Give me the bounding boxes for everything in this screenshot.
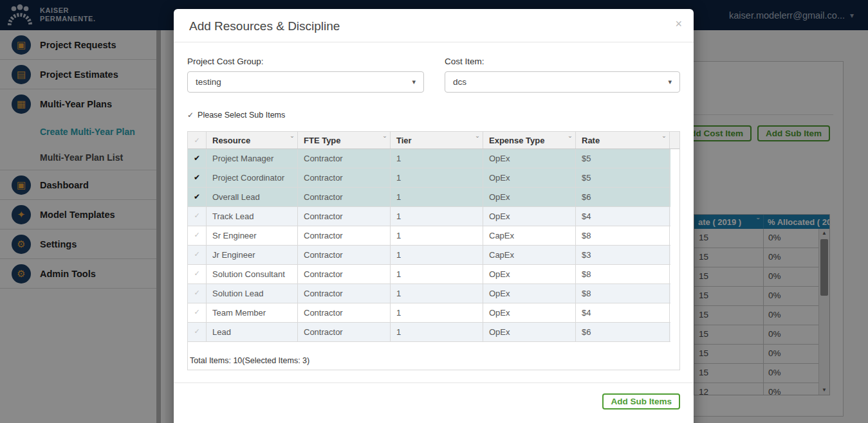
row-checkbox[interactable]: ✓ — [188, 284, 207, 303]
column-label: Expense Type — [489, 136, 544, 145]
rate-cell: $8 — [576, 284, 670, 303]
rate-cell: $3 — [576, 246, 670, 264]
tier-cell: 1 — [391, 149, 483, 168]
cost-item-dropdown[interactable]: dcs ▾ — [445, 71, 680, 93]
column-label: Tier — [396, 136, 412, 145]
fte-type-cell: Contractor — [298, 226, 391, 245]
add-sub-items-button[interactable]: Add Sub Items — [602, 393, 680, 410]
column-label: Resource — [212, 136, 250, 145]
grid-row-overall-lead[interactable]: ✔ Overall Lead Contractor 1 OpEx $6 — [188, 188, 670, 207]
grid-row-solution-consultant[interactable]: ✓ Solution Consultant Contractor 1 OpEx … — [188, 265, 670, 284]
project-cost-group-label: Project Cost Group: — [187, 57, 424, 66]
grid-row-project-manager[interactable]: ✔ Project Manager Contractor 1 OpEx $5 — [188, 149, 670, 168]
cost-item-label: Cost Item: — [445, 57, 680, 66]
resource-cell: Overall Lead — [207, 188, 298, 206]
row-checkbox[interactable]: ✓ — [188, 323, 207, 341]
resource-cell: Solution Lead — [207, 284, 298, 303]
tier-cell: 1 — [391, 323, 483, 341]
resource-cell: Solution Consultant — [207, 265, 298, 284]
modal-title: Add Resources & Discipline — [189, 19, 678, 33]
row-checkbox[interactable]: ✓ — [188, 303, 207, 322]
add-resources-discipline-modal: Add Resources & Discipline × Project Cos… — [174, 9, 694, 423]
row-checkbox[interactable]: ✔ — [188, 188, 207, 206]
grid-row-project-coordinator[interactable]: ✔ Project Coordinator Contractor 1 OpEx … — [188, 168, 670, 188]
fte-type-cell: Contractor — [298, 246, 391, 264]
grid-row-team-member[interactable]: ✓ Team Member Contractor 1 OpEx $4 — [188, 303, 670, 323]
resource-cell: Team Member — [207, 303, 298, 322]
column-menu-icon[interactable]: ˇ — [569, 136, 571, 145]
resource-cell: Track Lead — [207, 207, 298, 226]
rate-cell: $6 — [576, 188, 670, 206]
grid-row-track-lead[interactable]: ✓ Track Lead Contractor 1 OpEx $4 — [188, 207, 670, 226]
check-icon: ✓ — [187, 111, 194, 120]
grid-row-jr-engineer[interactable]: ✓ Jr Engineer Contractor 1 CapEx $3 — [188, 246, 670, 265]
resource-cell: Jr Engineer — [207, 246, 298, 264]
prompt-text: Please Select Sub Items — [198, 111, 285, 120]
expense-type-cell: OpEx — [483, 265, 576, 284]
select-sub-items-prompt: ✓ Please Select Sub Items — [187, 111, 680, 120]
select-all-checkbox[interactable]: ✓ — [188, 132, 207, 148]
fte-type-cell: Contractor — [298, 284, 391, 303]
resource-cell: Lead — [207, 323, 298, 341]
row-checkbox[interactable]: ✓ — [188, 265, 207, 284]
row-checkbox[interactable]: ✓ — [188, 207, 207, 226]
expense-type-cell: OpEx — [483, 207, 576, 226]
row-checkbox[interactable]: ✔ — [188, 168, 207, 187]
chevron-down-icon: ▾ — [412, 78, 416, 86]
tier-cell: 1 — [391, 207, 483, 226]
tier-cell: 1 — [391, 246, 483, 264]
fte-type-cell: Contractor — [298, 323, 391, 341]
resource-cell: Project Manager — [207, 149, 298, 168]
tier-cell: 1 — [391, 168, 483, 187]
fte-type-cell: Contractor — [298, 265, 391, 284]
column-header-expense-type[interactable]: Expense Typeˇ — [483, 132, 576, 148]
selected-value: testing — [196, 77, 221, 87]
fte-type-cell: Contractor — [298, 303, 391, 322]
fte-type-cell: Contractor — [298, 188, 391, 206]
expense-type-cell: OpEx — [483, 284, 576, 303]
resource-cell: Project Coordinator — [207, 168, 298, 187]
grid-total-items-status: Total Items: 10(Selected Items: 3) — [188, 353, 679, 370]
fte-type-cell: Contractor — [298, 149, 391, 168]
rate-cell: $4 — [576, 207, 670, 226]
project-cost-group-dropdown[interactable]: testing ▾ — [187, 71, 424, 93]
close-icon[interactable]: × — [675, 18, 682, 30]
rate-cell: $4 — [576, 303, 670, 322]
column-header-tier[interactable]: Tierˇ — [391, 132, 483, 148]
tier-cell: 1 — [391, 188, 483, 206]
grid-row-sr-engineer[interactable]: ✓ Sr Engineer Contractor 1 CapEx $8 — [188, 226, 670, 246]
expense-type-cell: OpEx — [483, 149, 576, 168]
column-header-fte-type[interactable]: FTE Typeˇ — [298, 132, 391, 148]
column-header-resource[interactable]: Resourceˇ — [207, 132, 298, 148]
chevron-down-icon: ▾ — [668, 78, 672, 86]
column-menu-icon[interactable]: ˇ — [663, 136, 665, 145]
rate-cell: $5 — [576, 168, 670, 187]
row-checkbox[interactable]: ✔ — [188, 149, 207, 168]
row-checkbox[interactable]: ✓ — [188, 246, 207, 264]
rate-cell: $5 — [576, 149, 670, 168]
grid-row-lead[interactable]: ✓ Lead Contractor 1 OpEx $6 — [188, 323, 670, 342]
grid-row-solution-lead[interactable]: ✓ Solution Lead Contractor 1 OpEx $8 — [188, 284, 670, 303]
tier-cell: 1 — [391, 226, 483, 245]
column-menu-icon[interactable]: ˇ — [476, 136, 479, 145]
expense-type-cell: OpEx — [483, 168, 576, 187]
rate-cell: $6 — [576, 323, 670, 341]
expense-type-cell: OpEx — [483, 303, 576, 322]
column-header-rate[interactable]: Rateˇ — [576, 132, 670, 148]
column-label: FTE Type — [304, 136, 341, 145]
expense-type-cell: CapEx — [483, 226, 576, 245]
column-menu-icon[interactable]: ˇ — [383, 136, 386, 145]
fte-type-cell: Contractor — [298, 207, 391, 226]
expense-type-cell: OpEx — [483, 188, 576, 206]
tier-cell: 1 — [391, 284, 483, 303]
fte-type-cell: Contractor — [298, 168, 391, 187]
rate-cell: $8 — [576, 226, 670, 245]
rate-cell: $8 — [576, 265, 670, 284]
row-checkbox[interactable]: ✓ — [188, 226, 207, 245]
sub-items-grid: ✓ Resourceˇ FTE Typeˇ Tierˇ Expense Type… — [187, 131, 680, 370]
column-label: Rate — [582, 136, 600, 145]
selected-value: dcs — [453, 77, 466, 87]
column-menu-icon[interactable]: ˇ — [291, 136, 293, 145]
tier-cell: 1 — [391, 265, 483, 284]
expense-type-cell: OpEx — [483, 323, 576, 341]
